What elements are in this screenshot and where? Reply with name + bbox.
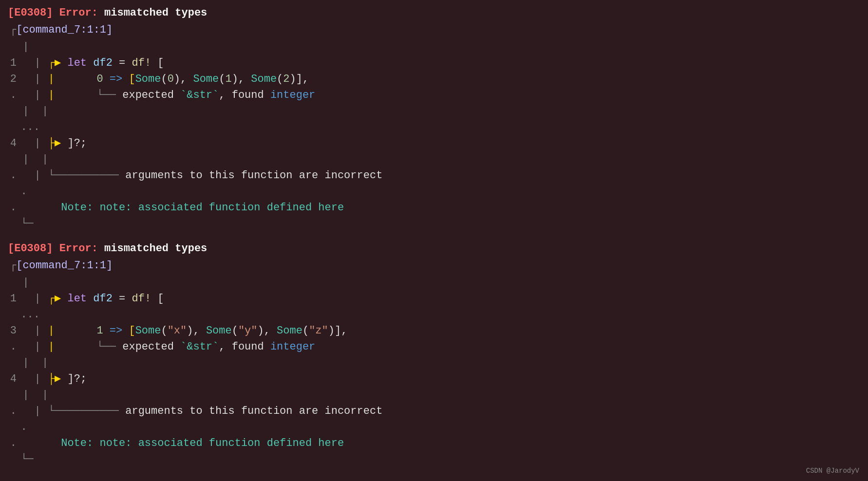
note-line-2: . Note: note: associated function define… <box>8 435 860 451</box>
code-line-1-1: 1 | ┌▶ let df2 = df! [ <box>8 55 860 71</box>
vert-bar-1b: | | <box>8 103 860 119</box>
dots-1: ... <box>8 119 860 135</box>
error-code-2: [E0308] <box>8 242 53 255</box>
error-header-2: [E0308] Error: mismatched types <box>8 240 860 257</box>
error-code-1: [E0308] <box>8 7 53 19</box>
code-line-1-4: 4 | ├▶ ]?; <box>8 135 860 151</box>
vert-bar-2a: | <box>8 275 860 291</box>
code-line-2-1: 1 | ┌▶ let df2 = df! [ <box>8 291 860 307</box>
vert-bar-2c: | | <box>8 387 860 403</box>
dot-blank-1: . <box>8 184 860 200</box>
code-line-1-2: 2 | | 0 => [ Some(0) , Some(1) , Some(2)… <box>8 71 860 87</box>
vert-bar-1a: | <box>8 39 860 55</box>
dot-blank-2: . <box>8 419 860 435</box>
code-line-2-3: 3 | | 1 => [ Some("x") , Some("y") , Som… <box>8 323 860 339</box>
error-message-2: mismatched types <box>104 242 207 255</box>
error-label-word-2: Error: <box>59 242 98 255</box>
location-line-2: ┌[command_7:1:1] <box>8 258 860 274</box>
error-message-1: mismatched types <box>104 7 207 19</box>
close-bracket-1: └─ <box>8 216 860 232</box>
diag-line-2-expected: . | | └── expected `&str` , found intege… <box>8 339 860 355</box>
dots-2: ... <box>8 307 860 323</box>
location-line-1: ┌[command_7:1:1] <box>8 22 860 38</box>
vert-bar-1c: | | <box>8 151 860 167</box>
error-label-word-1: Error: <box>59 7 98 19</box>
vert-bar-2b: | | <box>8 355 860 371</box>
diag-line-1-expected: . | | └── expected `&str` , found intege… <box>8 87 860 103</box>
note-line-1: . Note: note: associated function define… <box>8 200 860 216</box>
diag-args-1: . | └────────── arguments to this functi… <box>8 167 860 184</box>
error-block-2: [E0308] Error: mismatched types ┌[comman… <box>8 240 860 467</box>
error-block-1: [E0308] Error: mismatched types ┌[comman… <box>8 5 860 232</box>
diag-args-2: . | └────────── arguments to this functi… <box>8 403 860 419</box>
close-bracket-2: └─ <box>8 451 860 467</box>
error-header-1: [E0308] Error: mismatched types <box>8 5 860 21</box>
watermark: CSDN @JarodyV <box>806 466 859 476</box>
code-line-2-4: 4 | ├▶ ]?; <box>8 371 860 387</box>
